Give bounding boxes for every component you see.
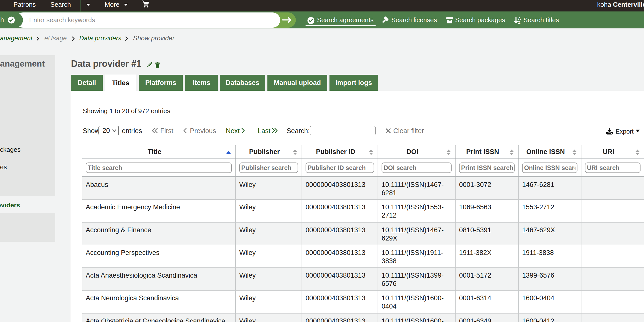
svg-text:Z: Z	[518, 20, 521, 24]
svg-text:A: A	[518, 16, 521, 20]
